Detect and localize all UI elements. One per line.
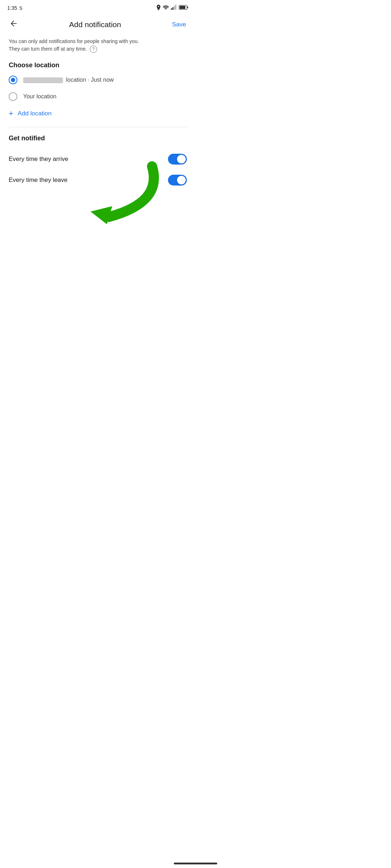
toggle-leave-row: Every time they leave xyxy=(9,170,187,191)
svg-rect-0 xyxy=(171,8,172,10)
radio-person-inner xyxy=(11,78,15,82)
save-button[interactable]: Save xyxy=(170,19,188,30)
section-divider xyxy=(9,127,187,127)
svg-rect-6 xyxy=(187,7,188,8)
carrier-label: S xyxy=(19,5,22,11)
toggle-arrive-label: Every time they arrive xyxy=(9,156,68,163)
svg-rect-5 xyxy=(180,6,185,9)
radio-person-label: location · Just now xyxy=(23,77,114,83)
get-notified-title: Get notified xyxy=(9,135,187,142)
svg-rect-1 xyxy=(172,7,173,10)
status-left: 1:35 S xyxy=(7,5,22,11)
info-text: You can only add notifications for peopl… xyxy=(9,38,187,53)
toggle-leave-label: Every time they leave xyxy=(9,176,68,184)
blurred-person-name xyxy=(23,77,63,83)
status-right xyxy=(156,5,188,12)
header: Add notification Save xyxy=(0,14,196,35)
info-line1: You can only add notifications for peopl… xyxy=(9,38,139,53)
radio-option-your-location[interactable]: Your location xyxy=(9,92,187,101)
wifi-icon xyxy=(163,5,169,11)
radio-person-circle[interactable] xyxy=(9,76,17,84)
signal-icon xyxy=(171,5,177,11)
svg-marker-7 xyxy=(91,206,112,224)
toggle-leave-knob xyxy=(177,176,186,184)
radio-your-location-label: Your location xyxy=(23,93,56,100)
add-location-icon: + xyxy=(9,109,13,118)
page-title: Add notification xyxy=(20,20,170,29)
back-button[interactable] xyxy=(7,17,20,32)
add-location-row[interactable]: + Add location xyxy=(9,109,187,118)
svg-rect-2 xyxy=(174,6,175,10)
toggle-arrive-row: Every time they arrive xyxy=(9,149,187,170)
radio-your-location-circle[interactable] xyxy=(9,92,17,101)
radio-option-person[interactable]: location · Just now xyxy=(9,76,187,84)
location-status-icon xyxy=(156,5,161,12)
content-area: You can only add notifications for peopl… xyxy=(0,35,196,191)
choose-location-title: Choose location xyxy=(9,61,187,69)
help-icon[interactable]: ? xyxy=(90,46,97,53)
status-bar: 1:35 S xyxy=(0,0,196,14)
get-notified-section: Get notified Every time they arrive Ever… xyxy=(9,135,187,191)
add-location-button[interactable]: Add location xyxy=(18,110,52,117)
status-time: 1:35 xyxy=(7,5,17,11)
svg-rect-3 xyxy=(175,5,176,10)
toggle-arrive-knob xyxy=(177,155,186,163)
toggle-arrive-switch[interactable] xyxy=(168,154,187,165)
person-location-suffix: location · Just now xyxy=(66,77,114,83)
toggle-leave-switch[interactable] xyxy=(168,175,187,186)
battery-icon xyxy=(179,5,188,11)
choose-location-section: Choose location location · Just now Your… xyxy=(9,61,187,118)
